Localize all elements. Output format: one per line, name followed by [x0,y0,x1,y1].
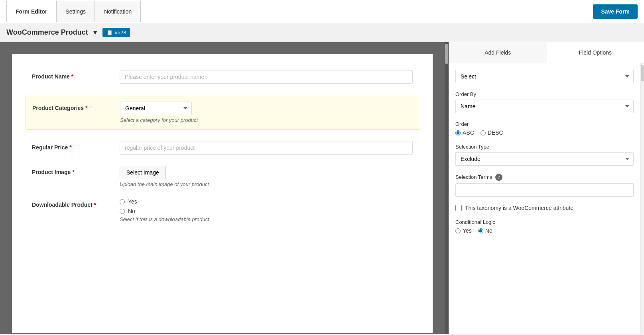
conditional-yes-label: Yes [463,227,472,234]
panel-scroll-thumb [641,65,644,81]
field-row-downloadable: Downloadable Product * Yes No [32,198,413,222]
canvas-scroll-thumb [445,44,448,64]
panel-selection-terms-field: Selection Terms ? [455,174,634,197]
tab-add-fields[interactable]: Add Fields [449,42,547,63]
required-star-2: * [85,105,87,111]
order-asc-label: ASC [463,129,474,136]
panel-order-label: Order [455,121,634,127]
save-form-button[interactable]: Save Form [593,4,638,19]
panel-select-field: Select [455,70,634,83]
form-id-badge[interactable]: 📋 #528 [102,28,130,37]
form-white: Product Name * Product Categories * [12,54,433,333]
top-bar-tabs: Form Editor Settings Notification [6,1,141,22]
panel-taxonomy-field: This taxonomy is a WooCommerce attribute [455,205,634,211]
copy-icon: 📋 [106,29,113,35]
regular-price-input[interactable] [120,141,413,155]
product-image-hint: Upload the main image of your product [120,181,413,187]
order-asc-radio[interactable] [455,130,461,135]
downloadable-yes-label: Yes [128,198,137,205]
panel-selection-type-field: Selection Type Exclude [455,144,634,166]
order-radio-row: ASC DESC [455,129,634,136]
panel-order-by-field: Order By Name [455,91,634,113]
field-content-regular-price [120,141,413,155]
required-star-5: * [94,202,96,208]
field-content-product-categories: General Select a category for your produ… [120,102,412,123]
panel-select-dropdown[interactable]: Select [455,70,634,83]
main-layout: Product Name * Product Categories * [0,42,644,334]
canvas-scrollbar[interactable] [445,42,449,334]
tab-settings[interactable]: Settings [56,1,95,22]
conditional-no-option[interactable]: No [478,227,492,234]
conditional-logic-radio-row: Yes No [455,227,634,234]
field-label-downloadable: Downloadable Product * [32,198,112,208]
field-content-downloadable: Yes No Select if this is a downloadable … [120,198,413,222]
downloadable-yes-option[interactable]: Yes [120,198,413,205]
field-row-regular-price: Regular Price * [32,141,413,155]
selection-terms-help-icon[interactable]: ? [495,174,502,181]
field-content-product-image: Select Image Upload the main image of yo… [120,166,413,187]
panel-conditional-logic-field: Conditional Logic Yes No [455,219,634,234]
downloadable-radio-group: Yes No [120,198,413,214]
field-label-regular-price: Regular Price * [32,141,112,151]
downloadable-no-option[interactable]: No [120,208,413,214]
required-star: * [71,73,73,80]
taxonomy-checkbox-row: This taxonomy is a WooCommerce attribute [455,205,634,211]
panel-order-field: Order ASC DESC [455,121,634,136]
order-asc-option[interactable]: ASC [455,129,474,136]
field-label-product-categories: Product Categories * [32,102,112,111]
field-content-product-name [120,70,413,84]
panel-order-by-select[interactable]: Name [455,100,634,113]
downloadable-no-label: No [128,208,135,214]
panel-selection-type-select[interactable]: Exclude [455,152,634,166]
required-star-4: * [72,169,74,175]
panel-conditional-logic-label: Conditional Logic [455,219,634,225]
downloadable-hint: Select if this is a downloadable product [120,216,413,222]
panel-scrollbar[interactable] [640,63,644,334]
conditional-yes-option[interactable]: Yes [455,227,472,234]
product-categories-hint: Select a category for your product [120,117,412,123]
field-row-product-image: Product Image * Select Image Upload the … [32,166,413,187]
tab-notification[interactable]: Notification [95,1,141,22]
order-desc-label: DESC [488,129,503,136]
sub-header: WooCommerce Product ▼ 📋 #528 [0,23,644,42]
select-image-button[interactable]: Select Image [120,166,166,179]
panel-order-by-label: Order By [455,91,634,97]
tab-form-editor[interactable]: Form Editor [6,1,56,22]
form-id: #528 [115,29,126,35]
form-canvas-area: Product Name * Product Categories * [0,42,449,334]
field-row-product-name: Product Name * [32,70,413,84]
taxonomy-checkbox[interactable] [455,205,462,211]
form-canvas-scroll[interactable]: Product Name * Product Categories * [0,42,445,334]
product-name-input[interactable] [120,70,413,84]
conditional-no-label: No [485,227,492,234]
order-desc-radio[interactable] [481,130,486,135]
field-label-product-name: Product Name * [32,70,112,80]
panel-selection-terms-label: Selection Terms ? [455,174,634,181]
panel-selection-type-label: Selection Type [455,144,634,150]
order-desc-option[interactable]: DESC [481,129,503,136]
downloadable-no-radio[interactable] [120,209,125,214]
required-star-3: * [69,144,71,151]
selection-terms-input[interactable] [455,183,634,197]
conditional-yes-radio[interactable] [455,228,461,233]
right-panel-tabs: Add Fields Field Options [449,42,644,63]
downloadable-yes-radio[interactable] [120,199,125,204]
panel-content: Select Order By Name Order [449,63,640,334]
field-label-product-image: Product Image * [32,166,112,175]
taxonomy-checkbox-label: This taxonomy is a WooCommerce attribute [465,205,573,211]
field-row-product-categories: Product Categories * General Select a ca… [26,95,419,130]
product-categories-select[interactable]: General [120,102,192,115]
form-title-dropdown[interactable]: ▼ [92,29,98,36]
tab-field-options[interactable]: Field Options [547,42,644,63]
form-title: WooCommerce Product [6,28,88,37]
conditional-no-radio[interactable] [478,228,483,233]
top-bar: Form Editor Settings Notification Save F… [0,0,644,23]
right-panel: Add Fields Field Options Select Order By… [449,42,644,334]
